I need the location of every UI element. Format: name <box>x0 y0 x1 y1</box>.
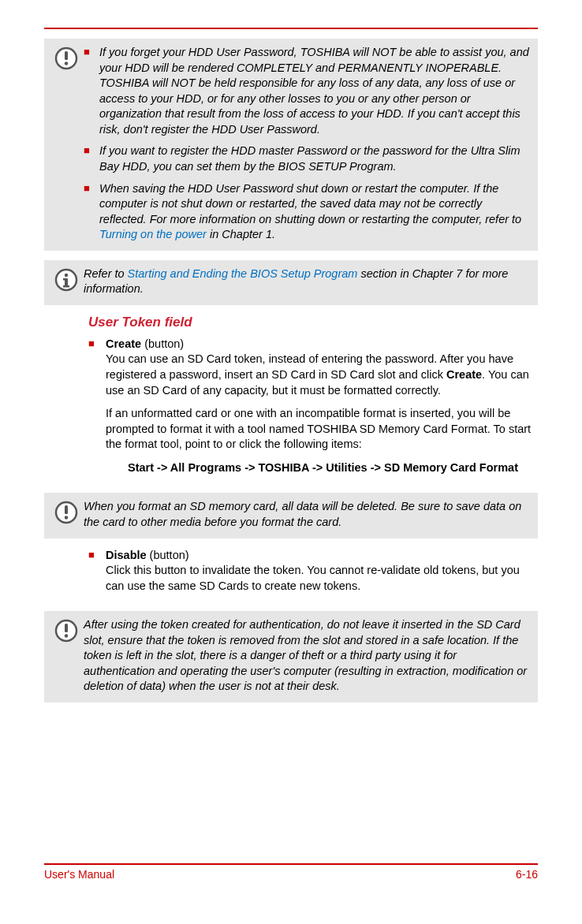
warning-icon <box>49 617 84 695</box>
bullet-icon: ■ <box>88 548 106 602</box>
section-title-user-token: User Token field <box>88 315 538 330</box>
footer: User's Manual 6-16 <box>44 863 538 881</box>
warning1-item2: If you want to register the HDD master P… <box>99 143 530 174</box>
link-turning-on-power[interactable]: Turning on the power <box>99 228 207 240</box>
warning-callout-2: When you format an SD memory card, all d… <box>44 493 538 538</box>
info-callout: Refer to Starting and Ending the BIOS Se… <box>44 260 538 305</box>
warning1-item3: When saving the HDD User Password shut d… <box>99 181 530 243</box>
bullet-icon: ■ <box>84 143 99 174</box>
link-bios-setup[interactable]: Starting and Ending the BIOS Setup Progr… <box>128 267 358 280</box>
svg-rect-7 <box>63 285 69 288</box>
info-text: Refer to Starting and Ending the BIOS Se… <box>84 266 530 297</box>
header-rule <box>44 28 538 29</box>
svg-rect-9 <box>65 505 68 514</box>
warning-icon <box>49 499 84 530</box>
svg-point-4 <box>65 274 68 277</box>
svg-rect-12 <box>65 624 68 632</box>
warning-callout-1: ■ If you forget your HDD User Password, … <box>44 39 538 251</box>
svg-point-13 <box>65 634 68 637</box>
warning1-item1: If you forget your HDD User Password, TO… <box>99 45 530 137</box>
bullet-icon: ■ <box>88 337 106 484</box>
svg-point-10 <box>65 516 68 520</box>
warning2-text: When you format an SD memory card, all d… <box>84 499 530 530</box>
disable-item: Disable (button) Click this button to in… <box>106 548 538 602</box>
menu-path: Start -> All Programs -> TOSHIBA -> Util… <box>128 460 538 476</box>
create-item: Create (button) You can use an SD Card t… <box>106 337 538 484</box>
footer-left: User's Manual <box>44 868 114 881</box>
svg-point-2 <box>65 61 68 65</box>
warning3-text: After using the token created for authen… <box>84 617 530 695</box>
info-icon <box>49 266 84 297</box>
bullet-icon: ■ <box>84 45 99 137</box>
footer-page-number: 6-16 <box>516 868 538 881</box>
svg-rect-6 <box>63 278 66 281</box>
warning-callout-3: After using the token created for authen… <box>44 611 538 702</box>
warning-icon <box>49 45 84 243</box>
svg-rect-1 <box>65 51 68 60</box>
bullet-icon: ■ <box>84 181 99 243</box>
